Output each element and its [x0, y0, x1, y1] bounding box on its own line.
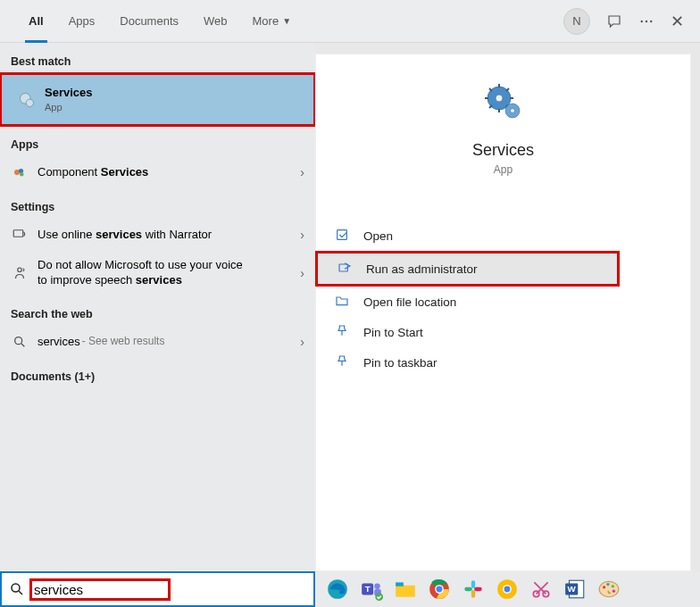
- svg-text:W: W: [568, 584, 577, 594]
- result-narrator-services[interactable]: Use online services with Narrator ›: [0, 219, 315, 251]
- tab-label: Documents: [120, 14, 179, 28]
- action-open-file-location[interactable]: Open file location: [315, 287, 691, 317]
- svg-rect-37: [464, 587, 472, 591]
- svg-line-16: [489, 88, 492, 91]
- svg-rect-36: [471, 580, 475, 588]
- svg-point-1: [646, 20, 647, 21]
- tab-web[interactable]: Web: [191, 0, 240, 42]
- search-term-highlight: [32, 581, 168, 598]
- result-title: Use online services with Narrator: [38, 228, 291, 243]
- tab-documents[interactable]: Documents: [107, 0, 191, 42]
- taskbar-edge-icon[interactable]: [324, 576, 351, 603]
- svg-rect-39: [474, 587, 482, 591]
- section-best-match: Best match: [0, 43, 315, 73]
- result-title: Component Services: [38, 165, 291, 180]
- svg-point-20: [496, 95, 503, 102]
- chevron-right-icon: ›: [300, 228, 304, 242]
- svg-text:T: T: [365, 584, 371, 594]
- section-settings: Settings: [0, 188, 315, 219]
- search-icon: [11, 333, 29, 351]
- svg-point-10: [15, 337, 22, 345]
- action-label: Open file location: [363, 295, 456, 309]
- search-box[interactable]: [0, 571, 315, 607]
- admin-icon: [338, 261, 354, 277]
- taskbar-word-icon[interactable]: W: [562, 576, 588, 603]
- detail-actions: Open Run as administrator Open file loca…: [315, 220, 691, 378]
- avatar[interactable]: N: [563, 8, 590, 35]
- section-apps: Apps: [0, 126, 315, 156]
- pin-icon: [335, 354, 351, 370]
- taskbar-chrome-icon[interactable]: [426, 576, 453, 603]
- svg-point-7: [20, 172, 24, 177]
- svg-point-25: [12, 584, 20, 592]
- result-text: Component Services: [38, 165, 291, 180]
- taskbar-paint-icon[interactable]: [596, 576, 622, 603]
- top-right-controls: N ✕: [563, 8, 684, 35]
- chevron-right-icon: ›: [300, 266, 304, 280]
- action-label: Pin to taskbar: [363, 356, 438, 370]
- search-input[interactable]: [34, 582, 120, 597]
- detail-pane: Services App Open Run as administrator O…: [315, 54, 691, 571]
- result-web-services[interactable]: services - See web results ›: [0, 326, 315, 358]
- result-speech-services[interactable]: Do not allow Microsoft to use your voice…: [0, 251, 315, 295]
- avatar-initial: N: [572, 14, 580, 28]
- chevron-right-icon: ›: [300, 335, 304, 349]
- section-documents: Documents (1+): [0, 358, 315, 388]
- web-term: services: [38, 335, 80, 350]
- web-subtitle: - See web results: [82, 335, 165, 350]
- svg-rect-32: [396, 582, 404, 586]
- result-subtitle: App: [45, 101, 304, 113]
- pin-icon: [335, 324, 351, 340]
- tab-more[interactable]: More▼: [240, 0, 304, 42]
- result-text: Do not allow Microsoft to use your voice…: [38, 258, 252, 288]
- chevron-right-icon: ›: [300, 165, 304, 179]
- folder-icon: [335, 294, 351, 310]
- svg-point-35: [437, 586, 443, 593]
- svg-point-29: [374, 584, 380, 590]
- svg-point-4: [26, 99, 33, 106]
- action-pin-to-taskbar[interactable]: Pin to taskbar: [315, 347, 691, 378]
- narrator-icon: [11, 226, 29, 244]
- svg-rect-23: [338, 230, 347, 240]
- feedback-icon[interactable]: [606, 13, 622, 29]
- result-component-services[interactable]: Component Services ›: [0, 156, 315, 188]
- svg-line-18: [506, 88, 509, 91]
- svg-point-52: [612, 590, 615, 593]
- taskbar-chrome-canary-icon[interactable]: [494, 576, 521, 603]
- svg-rect-38: [471, 590, 475, 598]
- result-title: Services: [45, 86, 304, 101]
- taskbar-icons: T W: [315, 576, 622, 603]
- result-title: Do not allow Microsoft to use your voice…: [38, 258, 252, 288]
- svg-point-49: [603, 586, 605, 588]
- result-text: services - See web results: [38, 335, 291, 350]
- svg-point-22: [510, 109, 514, 113]
- top-tab-bar: All Apps Documents Web More▼ N ✕: [0, 0, 700, 43]
- tab-label: Apps: [69, 14, 96, 28]
- result-text: Use online services with Narrator: [38, 228, 291, 243]
- component-services-icon: [11, 163, 29, 181]
- services-app-icon: [481, 80, 526, 125]
- action-label: Run as administrator: [366, 262, 478, 276]
- more-icon[interactable]: [638, 13, 654, 29]
- svg-point-0: [641, 20, 643, 21]
- svg-point-9: [18, 268, 22, 272]
- taskbar-slack-icon[interactable]: [460, 576, 487, 603]
- search-icon: [9, 581, 25, 597]
- action-label: Open: [363, 229, 393, 243]
- result-services-app[interactable]: Services App: [0, 73, 315, 126]
- tab-apps[interactable]: Apps: [56, 0, 108, 42]
- svg-point-51: [612, 585, 614, 587]
- close-icon[interactable]: ✕: [671, 12, 684, 31]
- taskbar-teams-icon[interactable]: T: [358, 576, 385, 603]
- taskbar-file-explorer-icon[interactable]: [392, 576, 419, 603]
- tab-all[interactable]: All: [16, 0, 56, 42]
- speech-icon: [11, 264, 29, 282]
- chevron-down-icon: ▼: [282, 16, 291, 26]
- taskbar-snip-icon[interactable]: [528, 576, 554, 603]
- open-icon: [335, 228, 351, 244]
- action-run-as-administrator[interactable]: Run as administrator: [315, 251, 620, 287]
- action-open[interactable]: Open: [315, 220, 691, 251]
- action-pin-to-start[interactable]: Pin to Start: [315, 317, 691, 347]
- bottom-bar: T W: [0, 571, 700, 607]
- action-label: Pin to Start: [363, 326, 423, 339]
